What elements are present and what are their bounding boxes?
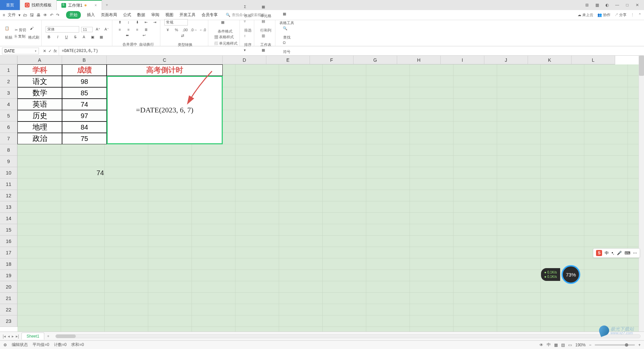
ribbon-tab[interactable]: 插入 (87, 12, 95, 18)
row-header[interactable]: 13 (0, 201, 17, 213)
window-minimize[interactable]: — (614, 3, 621, 7)
ribbon-tab[interactable]: 开发工具 (179, 12, 196, 18)
align-top-icon[interactable]: ⬆ (116, 19, 123, 25)
col-header[interactable]: I (441, 56, 484, 64)
cell-b4[interactable]: 74 (62, 99, 107, 110)
row-header[interactable]: 4 (0, 99, 17, 110)
share-button[interactable]: ↗ 分享 (614, 12, 627, 17)
col-header[interactable]: H (397, 56, 441, 64)
cond-format-button[interactable]: ▦条件格式 (218, 20, 232, 34)
ime-toolbar[interactable]: S 中 •, 🎤 ⌨ ⋯ (593, 248, 640, 258)
cell-b5[interactable]: 97 (62, 110, 107, 121)
sheet-prev-icon[interactable]: ◂ (8, 334, 10, 339)
cell-a2[interactable]: 语文 (17, 76, 62, 87)
sheet-first-icon[interactable]: |◂ (3, 334, 6, 339)
row-header[interactable]: 12 (0, 190, 17, 201)
cell-a5[interactable]: 历史 (17, 110, 62, 121)
tab-close-icon[interactable]: × (95, 3, 97, 8)
cell-b3[interactable]: 85 (62, 87, 107, 99)
currency-icon[interactable]: ¥ (164, 27, 171, 33)
menu-hamburger-icon[interactable]: ≡ (3, 13, 5, 17)
font-size-select[interactable]: 11 (81, 27, 93, 32)
format-painter-button[interactable]: 🖌 格式刷 (28, 26, 39, 40)
vscroll-thumb[interactable] (639, 56, 644, 76)
ribbon-tab[interactable]: 页面布局 (101, 12, 117, 18)
ribbon-tab[interactable]: 公式 (123, 12, 131, 18)
undo-icon[interactable]: ↶ (50, 13, 53, 17)
formula-cancel-icon[interactable]: ✕ (43, 49, 46, 53)
name-box[interactable]: DATE ▾ (2, 48, 39, 54)
sort-button[interactable]: ↕排序 (244, 34, 252, 47)
view-normal-icon[interactable]: ▦ (554, 343, 558, 347)
hscroll-thumb[interactable] (56, 335, 76, 338)
decimal-dec-icon[interactable]: ←.0 (199, 27, 206, 33)
ime-more-icon[interactable]: ⋯ (633, 251, 637, 255)
indent-decrease-icon[interactable]: ⇤ (143, 19, 149, 25)
row-header[interactable]: 23 (0, 315, 17, 327)
italic-button[interactable]: I (54, 34, 61, 40)
print-icon[interactable]: 🖶 (37, 13, 41, 17)
row-header[interactable]: 22 (0, 304, 17, 315)
more-icon[interactable]: ⋮ (631, 13, 634, 17)
collab-button[interactable]: 👥 协作 (597, 12, 610, 17)
row-header[interactable]: 19 (0, 270, 17, 281)
copy-button[interactable]: ⎘ 复制 (15, 34, 26, 39)
view-break-icon[interactable]: ▭ (568, 343, 572, 347)
fx-icon[interactable]: fx (54, 49, 57, 53)
editing-cell[interactable]: =DATE(2023, 6, 7) (107, 76, 223, 144)
row-header[interactable]: 10 (0, 167, 17, 179)
ime-punct[interactable]: •, (611, 251, 614, 255)
sheet-next-icon[interactable]: ▸ (12, 334, 14, 339)
row-header[interactable]: 14 (0, 213, 17, 224)
formula-accept-icon[interactable]: ✓ (48, 49, 52, 53)
align-middle-icon[interactable]: ↕ (125, 19, 132, 25)
tab-workbook[interactable]: 工作簿1 × (57, 0, 102, 10)
fill-color-button[interactable]: ▣ (89, 34, 96, 40)
grid[interactable]: 学科成绩高考倒计时语文98数学85英语74历史97地理84政治75=DATE(2… (17, 64, 644, 332)
cell-c1[interactable]: 高考倒计时 (107, 64, 223, 76)
indent-increase-icon[interactable]: ⇥ (151, 19, 158, 25)
select-all-corner[interactable] (0, 56, 17, 64)
eye-icon[interactable]: 👁 (539, 343, 543, 347)
row-header[interactable]: 7 (0, 133, 17, 144)
cell-b7[interactable]: 75 (62, 133, 107, 144)
cell-a3[interactable]: 数学 (17, 87, 62, 99)
cell-style-button[interactable]: ▨ 单元格样式 (214, 41, 237, 46)
collapse-ribbon-icon[interactable]: ⌃ (638, 13, 641, 17)
worksheet-button[interactable]: ▥工作表 (260, 34, 271, 47)
row-header[interactable]: 17 (0, 247, 17, 258)
col-header[interactable]: G (354, 56, 397, 64)
row-header[interactable]: 21 (0, 293, 17, 304)
number-format-select[interactable]: 常规 (164, 19, 188, 26)
decimal-inc-icon[interactable]: .0→ (191, 27, 197, 33)
col-header[interactable]: J (484, 56, 528, 64)
cell-b6[interactable]: 84 (62, 121, 107, 133)
increase-font-icon[interactable]: A⁺ (95, 27, 101, 33)
tab-add[interactable]: + (102, 0, 112, 10)
border-button[interactable]: ▦ (98, 34, 105, 40)
rows-cols-button[interactable]: ▤行和列 (260, 19, 271, 33)
zoom-slider[interactable] (595, 344, 635, 346)
paste-button[interactable]: 📋 粘贴 (5, 26, 13, 40)
row-header[interactable]: 5 (0, 110, 17, 121)
ribbon-tab[interactable]: 数据 (137, 12, 145, 18)
formula-input[interactable]: =DATE(2023,6,7) (59, 49, 644, 53)
percent-icon[interactable]: % (173, 27, 180, 33)
zoom-out-icon[interactable]: − (589, 343, 591, 347)
sheet-tab-sheet1[interactable]: Sheet1 (21, 333, 44, 340)
zoom-value[interactable]: 190% (575, 343, 586, 347)
file-menu[interactable]: 文件 (8, 12, 16, 18)
performance-widget[interactable]: ● 0.1K/s ● 0.1K/s 73% (541, 265, 580, 284)
justify-icon[interactable]: ≣ (143, 27, 149, 33)
cell-b2[interactable]: 98 (62, 76, 107, 87)
save-icon[interactable]: 🖫 (30, 13, 34, 17)
cell-a4[interactable]: 英语 (17, 99, 62, 110)
col-header[interactable]: E (266, 56, 310, 64)
ribbon-tab[interactable]: 会员专享 (202, 12, 218, 18)
decrease-font-icon[interactable]: A⁻ (103, 27, 110, 33)
zoom-in-icon[interactable]: + (638, 343, 641, 347)
ime-mic-icon[interactable]: 🎤 (617, 251, 622, 255)
sum-button[interactable]: Σ求和 (244, 5, 252, 18)
col-header[interactable]: C (107, 56, 223, 64)
file-menu-dropdown-icon[interactable]: ▾ (18, 13, 20, 17)
